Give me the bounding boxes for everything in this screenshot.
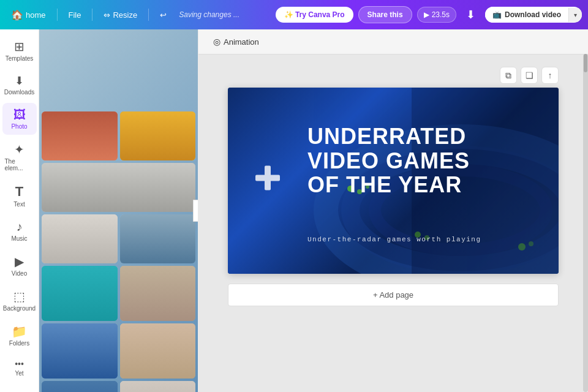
main-body: ⊞ Templates ⬇ Downloads 🖼 Photo ✦ The el… xyxy=(0,29,588,392)
sidebar-item-downloads[interactable]: ⬇ Downloads xyxy=(2,69,37,100)
more-icon: ••• xyxy=(15,359,24,369)
vertical-scrollbar-thumb[interactable] xyxy=(584,54,587,72)
slide-title: UNDERRATEDVIDEO GAMESOF THE YEAR xyxy=(307,124,540,197)
copy-to-clipboard-button[interactable]: ⧉ xyxy=(500,67,517,84)
photo-grid: 🌿 🐕 xyxy=(39,58,198,392)
sidebar-item-templates[interactable]: ⊞ Templates xyxy=(2,34,37,67)
duplicate-page-button[interactable]: ❏ xyxy=(521,67,538,84)
share-button[interactable]: Share this xyxy=(358,6,412,23)
top-nav: 🏠 home File ⇔ Resize ↩ Saving changes ..… xyxy=(0,0,588,29)
add-page-label: + Add page xyxy=(373,290,413,300)
animation-label: Animation xyxy=(224,37,259,47)
share-label: Share this xyxy=(368,10,403,19)
nav-separator-3 xyxy=(148,9,149,21)
photo-panel: 🔍 🌿 🐕 xyxy=(39,29,198,392)
yet-label: Yet xyxy=(15,370,23,377)
nav-separator-1 xyxy=(57,9,58,21)
text-icon: T xyxy=(15,184,23,200)
canvas-slide[interactable]: UNDERRATEDVIDEO GAMESOF THE YEAR Under-t… xyxy=(228,88,559,274)
list-item[interactable] xyxy=(120,381,196,392)
templates-icon: ⊞ xyxy=(14,39,24,54)
list-item[interactable] xyxy=(42,214,118,263)
home-label: home xyxy=(26,10,46,20)
list-item[interactable]: 🐕 xyxy=(120,60,196,109)
tv-icon: 📺 xyxy=(492,10,502,19)
collapse-panel-button[interactable]: ‹ xyxy=(193,200,198,222)
undo-button[interactable]: ↩ xyxy=(155,8,172,22)
list-item[interactable] xyxy=(42,381,118,392)
video-label: Video xyxy=(12,270,27,277)
list-item[interactable] xyxy=(42,111,118,160)
background-icon: ⬚ xyxy=(13,289,25,304)
share-page-icon: ↑ xyxy=(548,70,552,80)
text-label: Text xyxy=(13,201,24,208)
sidebar-item-elements[interactable]: ✦ The elem... xyxy=(2,137,37,176)
sidebar-item-video[interactable]: ▶ Video xyxy=(2,249,37,282)
list-item[interactable] xyxy=(120,214,196,263)
canvas-area: ◎ Animation ⧉ ❏ ↑ xyxy=(198,29,588,392)
list-item[interactable] xyxy=(120,323,196,379)
undo-icon: ↩ xyxy=(160,10,167,20)
nav-right: ✨ Try Canva Pro Share this ▶ 23.5s ⬇ 📺 D… xyxy=(276,6,582,24)
list-item[interactable] xyxy=(42,323,118,379)
animation-icon: ◎ xyxy=(213,37,221,47)
download-dropdown-arrow: ▾ xyxy=(574,12,577,18)
add-page-button[interactable]: + Add page xyxy=(228,284,559,306)
download-area: 📺 Download video ▾ xyxy=(485,7,582,23)
downloads-label: Downloads xyxy=(4,89,34,96)
folders-label: Folders xyxy=(9,340,29,347)
home-button[interactable]: 🏠 home xyxy=(6,7,51,23)
share-page-button[interactable]: ↑ xyxy=(541,67,559,84)
music-icon: ♪ xyxy=(17,220,23,234)
sidebar-item-text[interactable]: T Text xyxy=(2,179,37,213)
animation-button[interactable]: ◎ Animation xyxy=(208,34,264,49)
resize-button[interactable]: ⇔ Resize xyxy=(99,8,142,22)
home-icon: 🏠 xyxy=(11,9,23,21)
resize-icon: ⇔ xyxy=(104,10,110,20)
download-icon-button[interactable]: ⬇ xyxy=(461,6,480,24)
nav-separator-2 xyxy=(92,9,92,21)
download-dropdown-button[interactable]: ▾ xyxy=(568,8,582,22)
file-label: File xyxy=(69,10,81,20)
folders-icon: 📁 xyxy=(12,324,27,339)
photo-label: Photo xyxy=(11,123,27,130)
left-sidebar: ⊞ Templates ⬇ Downloads 🖼 Photo ✦ The el… xyxy=(0,29,39,392)
elements-icon: ✦ xyxy=(14,142,24,157)
photo-icon: 🖼 xyxy=(13,108,26,122)
download-video-button[interactable]: 📺 Download video xyxy=(485,7,568,23)
vertical-scrollbar-track[interactable] xyxy=(583,54,588,392)
svg-rect-12 xyxy=(255,175,280,181)
sidebar-item-music[interactable]: ♪ Music xyxy=(2,215,37,247)
download-arrow-icon: ⬇ xyxy=(466,8,475,21)
play-icon: ▶ xyxy=(424,10,429,19)
try-canva-button[interactable]: ✨ Try Canva Pro xyxy=(276,7,353,23)
sidebar-item-photo[interactable]: 🖼 Photo xyxy=(2,103,37,135)
sidebar-item-yet[interactable]: ••• Yet xyxy=(2,354,37,382)
page-actions: ⧉ ❏ ↑ xyxy=(228,67,559,84)
list-item[interactable] xyxy=(120,266,196,321)
duration-label: 23.5s xyxy=(432,10,450,19)
list-item[interactable] xyxy=(42,266,118,321)
file-button[interactable]: File xyxy=(64,8,86,22)
controller-icon xyxy=(252,163,283,199)
resize-label: Resize xyxy=(113,10,137,20)
elements-label: The elem... xyxy=(5,158,34,172)
canvas-toolbar: ◎ Animation xyxy=(198,29,588,55)
slide-subtitle: Under-the-radar games worth playing xyxy=(307,236,540,243)
duration-button[interactable]: ▶ 23.5s xyxy=(417,7,456,23)
sidebar-item-folders[interactable]: 📁 Folders xyxy=(2,319,37,352)
download-label: Download video xyxy=(505,10,561,19)
templates-label: Templates xyxy=(6,55,34,62)
downloads-icon: ⬇ xyxy=(15,74,24,88)
copy-icon: ⧉ xyxy=(505,70,511,81)
try-canva-label: ✨ Try Canva Pro xyxy=(284,10,345,19)
music-label: Music xyxy=(11,235,27,242)
video-icon: ▶ xyxy=(15,254,24,269)
duplicate-icon: ❏ xyxy=(526,70,533,80)
list-item[interactable] xyxy=(42,163,195,212)
canvas-scroll-area[interactable]: ⧉ ❏ ↑ xyxy=(198,55,588,392)
background-label: Background xyxy=(3,305,36,312)
saving-status: Saving changes ... xyxy=(179,10,239,19)
sidebar-item-background[interactable]: ⬚ Background xyxy=(2,284,37,317)
list-item[interactable] xyxy=(120,111,196,160)
